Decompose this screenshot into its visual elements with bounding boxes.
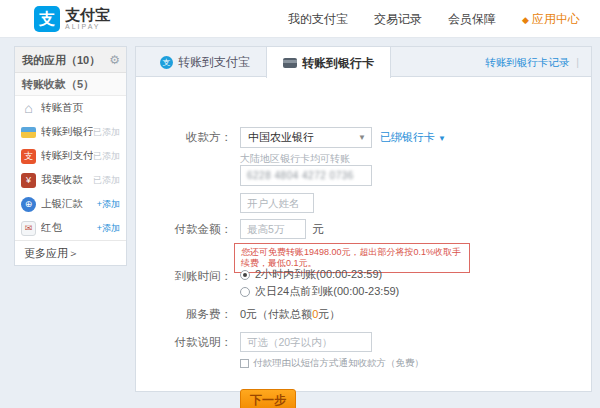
bound-cards-link[interactable]: 已绑银行卡 ▼: [380, 130, 446, 145]
arrival-time-label: 到账时间：: [136, 269, 232, 284]
chevron-down-icon: ▼: [438, 134, 446, 143]
radio-selected-icon: [240, 270, 250, 280]
transfer-form: 收款方： 中国农业银行 ▼ 已绑银行卡 ▼ 大陆地区银行卡均可转账 6228 4…: [136, 77, 591, 392]
globe-icon: ⊕: [21, 197, 36, 212]
sidebar-item-transfer-to-alipay[interactable]: 支 转账到支付宝 已添加: [15, 144, 126, 168]
next-step-button[interactable]: 下一步: [240, 389, 296, 408]
alipay-transfer-icon: 支: [21, 149, 36, 164]
radio-unselected-icon: [240, 287, 250, 297]
divider: |: [576, 56, 579, 68]
alipay-logo[interactable]: 支 支付宝 ALIPAY: [34, 6, 110, 32]
sidebar-section-transfer: 转账收款（5）: [15, 73, 126, 96]
sidebar-item-remittance[interactable]: ⊕ 上银汇款 +添加: [15, 192, 126, 216]
alipay-logo-icon: 支: [34, 6, 60, 32]
sms-notify-checkbox[interactable]: 付款理由以短信方式通知收款方（免费）: [240, 357, 424, 370]
sidebar-item-request-money[interactable]: ¥ 我要收款 已添加: [15, 168, 126, 192]
service-fee-value: 0元（付款总额0元）: [240, 307, 340, 322]
tab-bar: 支 转账到支付宝 转账到银行卡 转账到银行卡记录|: [136, 47, 591, 77]
envelope-icon: ✉: [21, 221, 36, 236]
bank-select[interactable]: 中国农业银行 ▼: [240, 127, 372, 148]
alipay-shield-icon: 支: [160, 56, 173, 69]
added-badge: 已添加: [93, 150, 120, 163]
bank-hint-text: 大陆地区银行卡均可转账: [240, 152, 350, 166]
home-icon: ⌂: [21, 101, 36, 116]
brand-name: 支付宝: [65, 7, 110, 22]
brand-subtitle: ALIPAY: [65, 22, 110, 31]
top-nav: 我的支付宝 交易记录 会员保障 ◆应用中心: [288, 0, 580, 38]
tab-transfer-to-bankcard[interactable]: 转账到银行卡: [266, 47, 391, 78]
tab-transfer-to-alipay[interactable]: 支 转账到支付宝: [144, 47, 266, 77]
bank-card-icon: [283, 58, 297, 68]
amount-input[interactable]: [240, 219, 306, 239]
sidebar-item-red-packet[interactable]: ✉ 红包 +添加: [15, 216, 126, 240]
sidebar-item-transfer-home[interactable]: ⌂ 转账首页: [15, 96, 126, 120]
sidebar-more-apps[interactable]: 更多应用＞: [15, 240, 126, 265]
card-number-field[interactable]: 6228 4804 4272 0736 627: [240, 165, 372, 186]
collect-money-icon: ¥: [21, 173, 36, 188]
gear-icon[interactable]: ⚙: [109, 47, 120, 73]
add-badge[interactable]: +添加: [97, 198, 120, 211]
amount-unit: 元: [312, 222, 324, 237]
arrival-option-nextday[interactable]: 次日24点前到账(00:00-23:59): [240, 284, 399, 299]
checkbox-icon: [240, 359, 249, 368]
nav-member-protection[interactable]: 会员保障: [448, 11, 496, 28]
added-badge: 已添加: [93, 174, 120, 187]
add-badge[interactable]: +添加: [97, 222, 120, 235]
arrival-option-2hours[interactable]: 2小时内到账(00:00-23:59): [240, 267, 382, 282]
nav-my-alipay[interactable]: 我的支付宝: [288, 11, 348, 28]
memo-input[interactable]: [240, 332, 372, 352]
added-badge: 已添加: [93, 126, 120, 139]
service-fee-label: 服务费：: [136, 307, 232, 322]
main-panel: 支 转账到支付宝 转账到银行卡 转账到银行卡记录| 收款方： 中国农业银行 ▼ …: [135, 46, 592, 392]
memo-label: 付款说明：: [136, 335, 232, 350]
top-header: 支 支付宝 ALIPAY 我的支付宝 交易记录 会员保障 ◆应用中心: [0, 0, 600, 38]
amount-label: 付款金额：: [136, 222, 232, 237]
diamond-icon: ◆: [522, 15, 529, 25]
bankcard-transfer-history-link[interactable]: 转账到银行卡记录|: [485, 47, 579, 77]
nav-transactions[interactable]: 交易记录: [374, 11, 422, 28]
bank-card-icon: [21, 127, 36, 138]
account-name-input[interactable]: [240, 193, 314, 213]
sidebar-my-apps-header: 我的应用（10） ⚙: [15, 47, 126, 73]
sidebar: 我的应用（10） ⚙ 转账收款（5） ⌂ 转账首页 转账到银行卡 已添加 支 转…: [14, 46, 127, 266]
chevron-down-icon: ▼: [358, 128, 366, 148]
nav-app-center[interactable]: ◆应用中心: [522, 11, 580, 28]
payee-label: 收款方：: [136, 130, 232, 145]
sidebar-item-transfer-to-bankcard[interactable]: 转账到银行卡 已添加: [15, 120, 126, 144]
